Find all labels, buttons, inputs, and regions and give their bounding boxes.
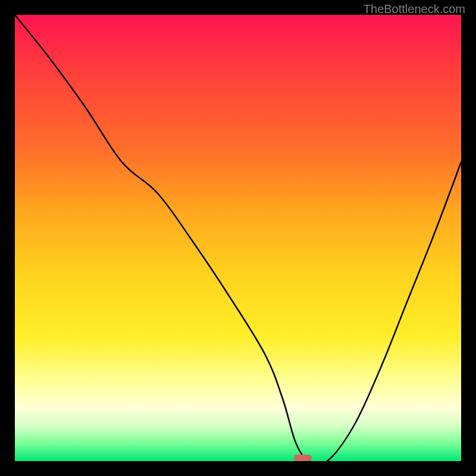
optimal-marker: [294, 455, 312, 461]
bottleneck-curve: [15, 15, 461, 461]
watermark-text: TheBottleneck.com: [364, 2, 465, 16]
chart-container: TheBottleneck.com: [0, 0, 476, 476]
